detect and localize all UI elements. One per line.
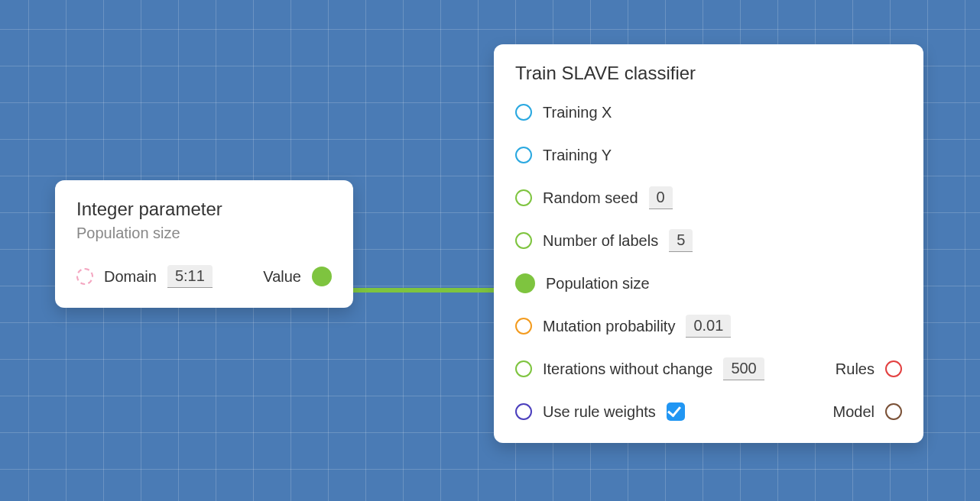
label-domain: Domain [104,268,157,286]
port-domain-in[interactable] [76,268,93,285]
input-domain[interactable]: 5:11 [167,265,213,288]
input-num-labels[interactable]: 5 [669,229,693,252]
port-training-x[interactable] [515,104,532,121]
label-training-y: Training Y [543,147,612,164]
port-mutation-probability[interactable] [515,318,532,335]
label-iterations-no-change: Iterations without change [543,360,712,378]
label-mutation-probability: Mutation probability [543,318,675,335]
node-title: Train SLAVE classifier [515,63,902,84]
label-population-size: Population size [546,275,650,293]
port-rules-out[interactable] [885,360,902,377]
checkbox-use-rule-weights[interactable] [667,402,685,421]
node-train-slave-classifier[interactable]: Train SLAVE classifier Training X Traini… [494,44,923,443]
port-value-out[interactable] [312,267,332,286]
port-num-labels[interactable] [515,232,532,249]
input-iterations-no-change[interactable]: 500 [723,357,764,380]
label-value: Value [263,268,301,286]
node-title: Integer parameter [76,199,332,220]
port-training-y[interactable] [515,147,532,163]
node-subtitle: Population size [76,225,332,242]
input-mutation-probability[interactable]: 0.01 [686,315,731,338]
label-training-x: Training X [543,104,612,121]
port-iterations-no-change[interactable] [515,360,532,377]
label-random-seed: Random seed [543,189,638,207]
port-model-out[interactable] [885,403,902,420]
port-population-size[interactable] [515,273,535,293]
node-integer-parameter[interactable]: Integer parameter Population size Domain… [55,180,353,308]
label-use-rule-weights: Use rule weights [543,403,656,421]
label-num-labels: Number of labels [543,232,658,250]
label-rules: Rules [836,360,875,378]
port-random-seed[interactable] [515,189,532,206]
port-use-rule-weights[interactable] [515,403,532,420]
input-random-seed[interactable]: 0 [649,186,673,209]
label-model: Model [833,403,875,421]
